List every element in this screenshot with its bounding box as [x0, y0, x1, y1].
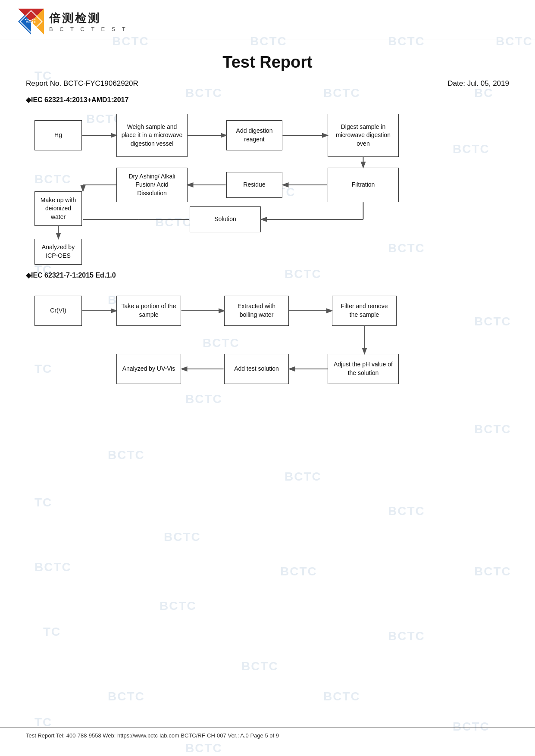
logo: BCTC 倍测检测 B C T C T E S T	[17, 8, 128, 35]
watermark: TC	[34, 496, 52, 509]
diagram2-box3: Extracted with boiling water	[224, 296, 289, 326]
logo-icon: BCTC	[17, 8, 45, 35]
diagram1-container: Hg Weigh sample and place it in a microw…	[26, 112, 509, 258]
footer-text: Test Report Tel: 400-788-9558 Web: https…	[26, 732, 279, 739]
diagram1-box3: Add digestion reagent	[226, 120, 282, 150]
diagram1-box6: Residue	[226, 172, 282, 198]
watermark: BCTC	[323, 690, 360, 703]
watermark: BCTC	[474, 565, 511, 578]
diagram1-box7: Filtration	[328, 168, 399, 202]
diagram2-box4: Filter and remove the sample	[332, 296, 397, 326]
diagram2-box5: Analyzed by UV-Vis	[116, 354, 181, 384]
watermark: BCTC	[108, 690, 145, 703]
logo-chinese: 倍测检测	[49, 11, 128, 26]
watermark: BCTC	[108, 448, 145, 462]
watermark: BCTC	[280, 565, 317, 578]
diagram2: Cr(VI) Take a portion of the sample Extr…	[26, 287, 509, 408]
watermark: BCTC	[388, 629, 425, 643]
diagram1-box5: Dry Ashing/ Alkali Fusion/ Acid Dissolut…	[116, 168, 188, 202]
logo-text: 倍测检测 B C T C T E S T	[49, 11, 128, 32]
diagram2-box2: Take a portion of the sample	[116, 296, 181, 326]
watermark: BCTC	[474, 422, 511, 436]
watermark: BCTC	[160, 599, 197, 613]
diagram1-box2: Weigh sample and place it in a microwave…	[116, 114, 188, 157]
watermark: BCTC	[185, 741, 222, 755]
diagram1-box10: Analyzed by ICP-OES	[34, 239, 82, 265]
watermark: BCTC	[241, 659, 278, 673]
watermark: BCTC	[285, 470, 322, 484]
report-info: Report No. BCTC-FYC19062920R Date: Jul. …	[0, 79, 535, 88]
report-date: Date: Jul. 05, 2019	[447, 79, 509, 88]
section2-header: ◆IEC 62321-7-1:2015 Ed.1.0	[0, 271, 535, 279]
watermark: BCTC	[34, 560, 72, 574]
diagram2-container: Cr(VI) Take a portion of the sample Extr…	[26, 287, 509, 408]
diagram2-box1: Cr(VI)	[34, 296, 82, 326]
diagram1-box8: Make up with deionized water	[34, 191, 82, 226]
diagram2-box7: Adjust the pH value of the solution	[328, 354, 399, 384]
watermark: BCTC	[164, 530, 201, 544]
diagram1-box9: Solution	[190, 206, 261, 232]
section1-header: ◆IEC 62321-4:2013+AMD1:2017	[0, 96, 535, 104]
watermark: BCTC	[388, 504, 425, 518]
diagram2-box6: Add test solution	[224, 354, 289, 384]
diagram1-box1: Hg	[34, 120, 82, 150]
logo-english: B C T C T E S T	[49, 26, 128, 32]
diagram1: Hg Weigh sample and place it in a microw…	[26, 112, 509, 258]
page-title: Test Report	[0, 53, 535, 72]
watermark: TC	[43, 625, 61, 639]
footer: Test Report Tel: 400-788-9558 Web: https…	[0, 728, 535, 739]
report-no: Report No. BCTC-FYC19062920R	[26, 79, 138, 88]
diagram1-box4: Digest sample in microwave digestion ove…	[328, 114, 399, 157]
page-title-section: Test Report	[0, 53, 535, 72]
header: BCTC 倍测检测 B C T C T E S T	[0, 0, 535, 40]
